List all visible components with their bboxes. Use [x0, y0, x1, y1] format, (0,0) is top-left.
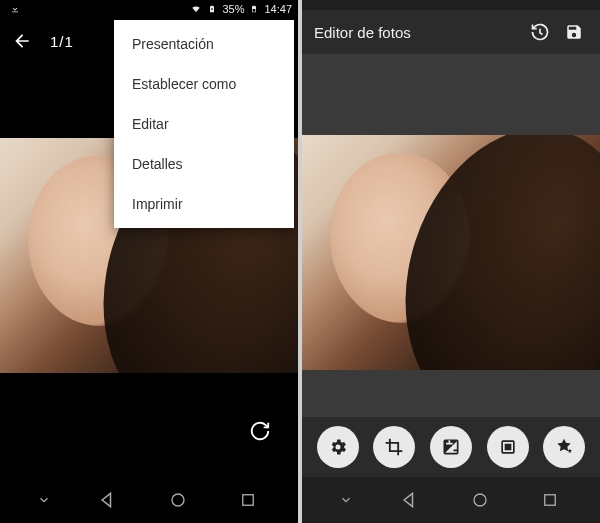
- status-bar: 35% 14:47: [0, 0, 298, 18]
- clock: 14:47: [264, 3, 292, 15]
- editor-title: Editor de fotos: [314, 24, 520, 41]
- battery-icon: [250, 3, 258, 15]
- status-bar: [302, 0, 600, 10]
- menu-item-details[interactable]: Detalles: [114, 144, 294, 184]
- nav-home-button[interactable]: [460, 480, 500, 520]
- nav-recent-button[interactable]: [530, 480, 570, 520]
- system-nav-bar: [0, 477, 298, 523]
- tool-exposure[interactable]: [430, 426, 472, 468]
- rotate-button[interactable]: [246, 417, 274, 445]
- nav-back-button[interactable]: [390, 480, 430, 520]
- editor-appbar: Editor de fotos: [302, 10, 600, 54]
- tool-crop[interactable]: [373, 426, 415, 468]
- menu-item-set-as[interactable]: Establecer como: [114, 64, 294, 104]
- menu-item-label: Detalles: [132, 156, 183, 172]
- download-status-icon: [10, 4, 20, 14]
- menu-item-edit[interactable]: Editar: [114, 104, 294, 144]
- photo-preview: [302, 135, 600, 370]
- page-counter: 1/1: [50, 33, 74, 50]
- tool-settings[interactable]: [317, 426, 359, 468]
- svg-rect-3: [545, 495, 556, 506]
- wifi-icon: [190, 4, 202, 14]
- svg-point-0: [172, 494, 184, 506]
- system-nav-bar: [302, 477, 600, 523]
- gallery-viewer-screen: 35% 14:47 1/1 Presentación Establecer co…: [0, 0, 298, 523]
- tool-effects[interactable]: [543, 426, 585, 468]
- battery-saver-icon: [208, 3, 216, 15]
- menu-item-label: Editar: [132, 116, 169, 132]
- battery-percent: 35%: [222, 3, 244, 15]
- editor-canvas[interactable]: [302, 54, 600, 417]
- nav-expand-button[interactable]: [332, 480, 360, 520]
- tool-frame[interactable]: [487, 426, 529, 468]
- menu-item-presentation[interactable]: Presentación: [114, 24, 294, 64]
- svg-rect-1: [243, 495, 254, 506]
- back-button[interactable]: [12, 31, 32, 51]
- photo-editor-screen: Editor de fotos: [302, 0, 600, 523]
- menu-item-label: Establecer como: [132, 76, 236, 92]
- save-button[interactable]: [560, 18, 588, 46]
- editor-toolbar: [302, 417, 600, 477]
- nav-expand-button[interactable]: [30, 480, 58, 520]
- nav-recent-button[interactable]: [228, 480, 268, 520]
- undo-history-button[interactable]: [526, 18, 554, 46]
- svg-point-2: [474, 494, 486, 506]
- menu-item-label: Presentación: [132, 36, 214, 52]
- nav-back-button[interactable]: [88, 480, 128, 520]
- menu-item-print[interactable]: Imprimir: [114, 184, 294, 224]
- menu-item-label: Imprimir: [132, 196, 183, 212]
- overflow-menu: Presentación Establecer como Editar Deta…: [114, 20, 294, 228]
- nav-home-button[interactable]: [158, 480, 198, 520]
